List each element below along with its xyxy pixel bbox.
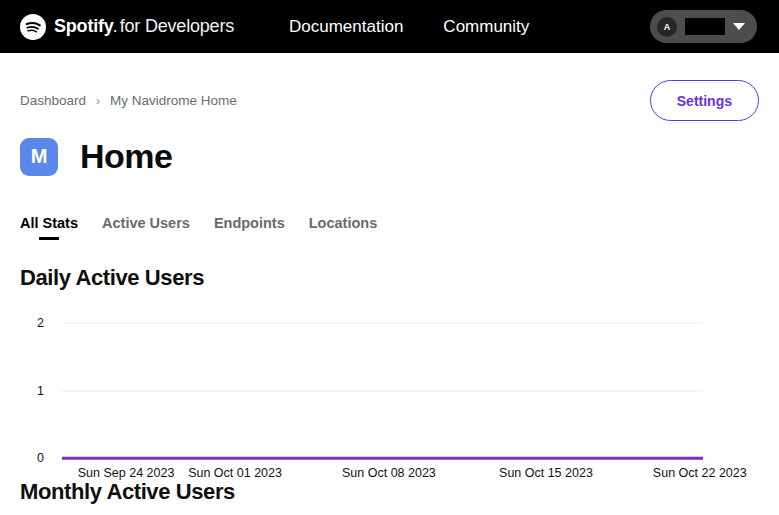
page-title: Home bbox=[80, 137, 172, 176]
app-title-row: M Home bbox=[20, 137, 759, 176]
account-menu-button[interactable]: A bbox=[650, 10, 757, 43]
breadcrumb-separator-icon: › bbox=[96, 94, 100, 108]
tab-endpoints[interactable]: Endpoints bbox=[214, 215, 285, 240]
top-navigation-bar: Spotify.for Developers Documentation Com… bbox=[0, 0, 779, 53]
gridline bbox=[62, 323, 703, 324]
nav-item-documentation[interactable]: Documentation bbox=[289, 17, 403, 37]
tab-locations[interactable]: Locations bbox=[309, 215, 377, 240]
chart-series-line bbox=[62, 457, 703, 460]
x-axis-tick-label: Sun Oct 01 2023 bbox=[188, 466, 282, 480]
tab-active-users[interactable]: Active Users bbox=[102, 215, 190, 240]
gridline bbox=[62, 390, 703, 391]
nav-item-community[interactable]: Community bbox=[443, 17, 529, 37]
stats-tabs: All Stats Active Users Endpoints Locatio… bbox=[20, 215, 759, 240]
chart-plot: 012Sun Sep 24 2023Sun Oct 01 2023Sun Oct… bbox=[62, 323, 703, 458]
spotify-logo-icon bbox=[20, 14, 46, 40]
chevron-down-icon bbox=[733, 23, 745, 30]
y-axis-tick-label: 0 bbox=[37, 452, 44, 465]
x-axis-tick-label: Sun Oct 15 2023 bbox=[499, 466, 593, 480]
avatar: A bbox=[657, 17, 677, 37]
header-nav: Documentation Community bbox=[289, 17, 529, 37]
x-axis-tick-label: Sun Oct 22 2023 bbox=[653, 466, 747, 480]
brand-wordmark: Spotify.for Developers bbox=[54, 16, 234, 37]
breadcrumb-row: Dashboard › My Navidrome Home Settings bbox=[20, 80, 759, 121]
breadcrumb-current-page: My Navidrome Home bbox=[110, 93, 237, 108]
x-axis-tick-label: Sun Sep 24 2023 bbox=[78, 466, 175, 480]
breadcrumb: Dashboard › My Navidrome Home bbox=[20, 93, 237, 108]
settings-button[interactable]: Settings bbox=[650, 80, 759, 121]
daily-active-users-heading: Daily Active Users bbox=[20, 265, 759, 291]
breadcrumb-dashboard[interactable]: Dashboard bbox=[20, 93, 86, 108]
tab-all-stats[interactable]: All Stats bbox=[20, 215, 78, 240]
y-axis-tick-label: 2 bbox=[37, 317, 44, 330]
x-axis-tick-label: Sun Oct 08 2023 bbox=[342, 466, 436, 480]
account-name-redacted bbox=[685, 18, 725, 35]
monthly-active-users-heading: Monthly Active Users bbox=[20, 479, 759, 505]
brand-suffix: for Developers bbox=[120, 16, 234, 36]
daily-active-users-chart: 012Sun Sep 24 2023Sun Oct 01 2023Sun Oct… bbox=[20, 309, 759, 479]
brand-name: Spotify bbox=[54, 16, 114, 36]
page-content: Dashboard › My Navidrome Home Settings M… bbox=[0, 80, 779, 505]
app-avatar: M bbox=[20, 138, 58, 176]
y-axis-tick-label: 1 bbox=[37, 384, 44, 397]
spotify-for-developers-logo[interactable]: Spotify.for Developers bbox=[20, 14, 234, 40]
brand-trademark-dot: . bbox=[114, 21, 117, 35]
